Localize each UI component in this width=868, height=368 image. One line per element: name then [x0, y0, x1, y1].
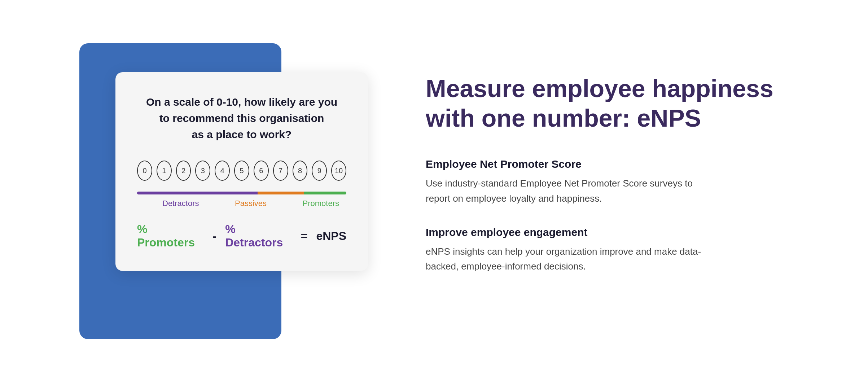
scale-labels: Detractors Passives Promoters: [137, 199, 346, 208]
feature-description-enps: Use industry-standard Employee Net Promo…: [426, 176, 707, 206]
number-circle-4: 4: [215, 161, 230, 181]
feature-description-engagement: eNPS insights can help your organization…: [426, 244, 707, 274]
number-circle-5: 5: [234, 161, 249, 181]
main-heading: Measure employee happiness with one numb…: [426, 74, 825, 133]
feature-block-enps: Employee Net Promoter Score Use industry…: [426, 158, 825, 206]
enps-card: On a scale of 0-10, how likely are you t…: [115, 72, 368, 271]
formula-promoters: % Promoters: [137, 223, 204, 249]
detractors-label: Detractors: [162, 199, 199, 208]
number-circle-1: 1: [157, 161, 172, 181]
feature-title-enps: Employee Net Promoter Score: [426, 158, 825, 170]
formula-enps: eNPS: [316, 229, 346, 243]
passives-bar: [258, 192, 304, 194]
number-circle-9: 9: [312, 161, 327, 181]
formula-row: % Promoters - % Detractors = eNPS: [137, 223, 346, 249]
formula-detractors: % Detractors: [225, 223, 292, 249]
formula-minus: -: [213, 229, 217, 243]
right-section: Measure employee happiness with one numb…: [411, 74, 825, 294]
scale-bars: [137, 192, 346, 194]
passives-label: Passives: [235, 199, 267, 208]
number-circle-2: 2: [176, 161, 191, 181]
number-circle-8: 8: [293, 161, 308, 181]
number-scale: 012345678910: [137, 161, 346, 181]
number-circle-6: 6: [254, 161, 269, 181]
number-circle-10: 10: [331, 161, 346, 181]
card-question: On a scale of 0-10, how likely are you t…: [137, 94, 346, 143]
number-circle-0: 0: [137, 161, 152, 181]
number-circle-7: 7: [273, 161, 288, 181]
detractors-bar: [137, 192, 258, 194]
promoters-bar: [304, 192, 346, 194]
left-section: On a scale of 0-10, how likely are you t…: [43, 29, 368, 339]
feature-block-engagement: Improve employee engagement eNPS insight…: [426, 226, 825, 274]
feature-title-engagement: Improve employee engagement: [426, 226, 825, 238]
promoters-label: Promoters: [303, 199, 339, 208]
main-container: On a scale of 0-10, how likely are you t…: [0, 0, 868, 368]
formula-equals: =: [301, 229, 308, 243]
number-circle-3: 3: [195, 161, 210, 181]
